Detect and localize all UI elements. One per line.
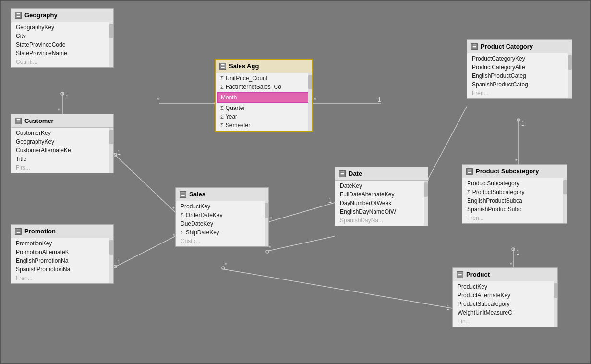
- geography-body: GeographyKey City StateProvinceCode Stat…: [11, 22, 113, 67]
- svg-text:*: *: [270, 216, 272, 222]
- field-row: SpanishProductCateg: [467, 80, 572, 89]
- sales-header: ☰ Sales: [176, 188, 268, 201]
- field-row: ΣShipDateKey: [176, 228, 268, 237]
- field-row: EnglishPromotionNa: [11, 256, 113, 265]
- field-row: ProductSubcategory: [462, 179, 567, 188]
- product-body: ProductKey ProductAlternateKey ProductSu…: [453, 281, 557, 327]
- customer-title: Customer: [24, 117, 54, 124]
- svg-line-19: [269, 203, 335, 222]
- table-icon: ☰: [219, 63, 226, 70]
- svg-line-8: [114, 236, 175, 267]
- svg-text:1: 1: [65, 94, 69, 101]
- table-icon: ☰: [457, 271, 463, 278]
- field-row: Firs...: [11, 163, 113, 172]
- product-category-header: ☰ Product Category: [467, 40, 572, 53]
- field-row: StateProvinceCode: [11, 40, 113, 49]
- field-row: ΣFactInternetSales_Co: [216, 83, 312, 91]
- field-row: ΣQuarter: [216, 104, 312, 112]
- month-label: Month: [221, 94, 237, 101]
- field-row: ProductCategoryAlte: [467, 63, 572, 72]
- field-row: StateProvinceName: [11, 49, 113, 58]
- field-row: ΣProductSubcategory.: [462, 188, 567, 196]
- promotion-header: ☰ Promotion: [11, 225, 113, 238]
- sales-table: ☰ Sales ProductKey ΣOrderDateKey DueDate…: [175, 187, 269, 247]
- field-row: Custo...: [176, 237, 268, 245]
- svg-point-27: [222, 267, 225, 269]
- geography-title: Geography: [24, 12, 58, 19]
- sales-title: Sales: [189, 191, 205, 198]
- field-row: City: [11, 32, 113, 40]
- svg-line-23: [269, 236, 335, 251]
- field-row: ProductSubcategory: [453, 300, 557, 308]
- field-row: SpanishDayNa...: [335, 216, 428, 225]
- svg-point-5: [114, 153, 117, 156]
- field-row: FullDateAlternateKey: [335, 190, 428, 199]
- svg-point-9: [114, 265, 117, 268]
- table-icon: ☰: [466, 168, 473, 175]
- date-table: ☰ Date DateKey FullDateAlternateKey DayN…: [335, 167, 428, 226]
- field-row: GeographyKey: [11, 23, 113, 32]
- sales-agg-body: ΣUnitPrice_Count ΣFactInternetSales_Co M…: [216, 73, 312, 131]
- svg-point-24: [266, 250, 269, 253]
- svg-point-31: [517, 119, 520, 121]
- field-row: ProductKey: [176, 202, 268, 211]
- svg-text:1: 1: [117, 149, 121, 156]
- date-title: Date: [349, 170, 362, 177]
- product-category-title: Product Category: [481, 43, 533, 50]
- field-row: PromotionAlternateK: [11, 248, 113, 256]
- field-row: DateKey: [335, 182, 428, 190]
- product-table: ☰ Product ProductKey ProductAlternateKey…: [452, 267, 558, 327]
- customer-header: ☰ Customer: [11, 114, 113, 128]
- svg-text:1: 1: [516, 249, 519, 256]
- promotion-table: ☰ Promotion PromotionKey PromotionAltern…: [11, 224, 114, 284]
- month-field-highlighted: Month: [217, 92, 311, 103]
- field-row: WeightUnitMeasureC: [453, 308, 557, 317]
- table-icon: ☰: [15, 228, 22, 235]
- field-row: Countr...: [11, 58, 113, 66]
- product-header: ☰ Product: [453, 268, 557, 281]
- table-icon: ☰: [471, 43, 478, 50]
- field-row: ProductKey: [453, 282, 557, 291]
- field-row: Fin...: [453, 317, 557, 326]
- product-subcategory-header: ☰ Product Subcategory: [462, 165, 567, 178]
- field-row: DueDateKey: [176, 219, 268, 228]
- svg-line-4: [114, 154, 175, 212]
- svg-text:*: *: [510, 261, 512, 268]
- field-row: SpanishPromotionNa: [11, 265, 113, 274]
- diagram-canvas: 1 * 1 * 1 * * 1 * * 1 * * 1: [0, 0, 591, 364]
- svg-text:1: 1: [446, 304, 450, 311]
- field-row: EnglishProductCateg: [467, 72, 572, 80]
- table-icon: ☰: [15, 118, 22, 124]
- date-header: ☰ Date: [335, 167, 428, 181]
- field-row: EnglishDayNameOfW: [335, 207, 428, 216]
- svg-text:*: *: [314, 97, 316, 103]
- product-title: Product: [466, 271, 490, 278]
- field-row: Fren...: [11, 274, 113, 282]
- field-row: SpanishProductSubc: [462, 205, 567, 214]
- svg-text:1: 1: [117, 259, 121, 266]
- table-icon: ☰: [180, 191, 186, 198]
- svg-point-1: [61, 92, 64, 95]
- field-row: ProductAlternateKey: [453, 291, 557, 300]
- table-icon: ☰: [15, 12, 22, 19]
- field-row: ΣYear: [216, 112, 312, 121]
- svg-text:1: 1: [521, 121, 525, 127]
- sales-agg-table: ☰ Sales Agg ΣUnitPrice_Count ΣFactIntern…: [215, 59, 313, 132]
- field-row: ΣOrderDateKey: [176, 211, 268, 219]
- field-row: Fren...: [462, 214, 567, 222]
- field-row: CustomerKey: [11, 129, 113, 137]
- product-subcategory-title: Product Subcategory: [476, 168, 539, 175]
- field-row: ΣSemester: [216, 121, 312, 130]
- svg-point-35: [512, 248, 515, 251]
- field-row: EnglishProductSubca: [462, 196, 567, 205]
- promotion-title: Promotion: [24, 228, 56, 235]
- geography-table: ☰ Geography GeographyKey City StateProvi…: [11, 8, 114, 68]
- field-row: PromotionKey: [11, 239, 113, 248]
- field-row: Title: [11, 155, 113, 163]
- field-row: Fren...: [467, 89, 572, 97]
- field-row: ProductCategoryKey: [467, 54, 572, 63]
- customer-table: ☰ Customer CustomerKey GeographyKey Cust…: [11, 114, 114, 173]
- date-body: DateKey FullDateAlternateKey DayNumberOf…: [335, 181, 428, 226]
- field-row: GeographyKey: [11, 137, 113, 146]
- promotion-body: PromotionKey PromotionAlternateK English…: [11, 238, 113, 283]
